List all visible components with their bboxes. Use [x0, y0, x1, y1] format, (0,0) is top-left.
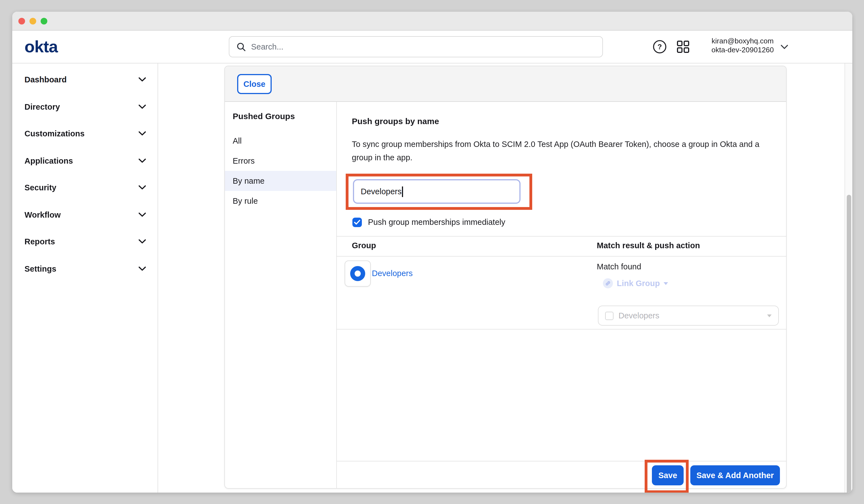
- nav-item-by-name[interactable]: By name: [225, 171, 336, 191]
- nav-item-by-rule[interactable]: By rule: [225, 191, 336, 211]
- sidebar-item-dashboard[interactable]: Dashboard: [12, 66, 158, 93]
- pane-title: Push groups by name: [352, 116, 439, 126]
- scrollbar-thumb[interactable]: [847, 195, 851, 493]
- pushed-groups-title: Pushed Groups: [225, 111, 336, 122]
- search-icon: [237, 42, 246, 51]
- checkbox-icon: [605, 311, 613, 320]
- sidebar-item-settings[interactable]: Settings: [12, 255, 158, 282]
- user-email: kiran@boxyhq.com: [700, 37, 785, 45]
- app-header: okta ?: [12, 31, 852, 63]
- main-content: Close Pushed Groups All Errors By name B…: [158, 63, 852, 493]
- caret-down-icon: [664, 282, 668, 285]
- org-name: okta-dev-20901260: [700, 45, 785, 54]
- apps-grid-icon[interactable]: [676, 40, 690, 53]
- link-group-action[interactable]: Link Group: [603, 278, 668, 288]
- chevron-down-icon: [139, 77, 146, 82]
- app-group-select-value: Developers: [619, 311, 659, 320]
- search-input[interactable]: [251, 37, 602, 57]
- column-header-group: Group: [352, 241, 376, 250]
- sidebar-item-label: Customizations: [24, 129, 85, 138]
- push-immediately-checkbox[interactable]: [352, 218, 362, 227]
- chevron-down-icon: [139, 132, 146, 136]
- chevron-down-icon: [139, 159, 146, 163]
- svg-text:?: ?: [658, 43, 662, 51]
- nav-item-errors[interactable]: Errors: [225, 151, 336, 171]
- text-cursor: [402, 186, 403, 197]
- chevron-down-icon[interactable]: [780, 45, 788, 49]
- sidebar-item-customizations[interactable]: Customizations: [12, 120, 158, 147]
- chevron-down-icon: [139, 185, 146, 190]
- app-group-select[interactable]: Developers: [598, 305, 779, 326]
- sidebar-item-label: Security: [24, 183, 56, 192]
- match-status: Match found: [597, 262, 641, 271]
- save-add-another-button[interactable]: Save & Add Another: [690, 465, 780, 485]
- group-name-input[interactable]: Developers: [353, 179, 520, 204]
- group-name-link[interactable]: Developers: [372, 269, 413, 278]
- search-box[interactable]: [229, 36, 603, 57]
- sidebar-item-label: Dashboard: [24, 75, 67, 84]
- sidebar-item-applications[interactable]: Applications: [12, 147, 158, 174]
- sidebar-item-security[interactable]: Security: [12, 174, 158, 201]
- group-ring-icon: [350, 266, 365, 281]
- close-button[interactable]: Close: [237, 74, 272, 94]
- link-group-label: Link Group: [617, 279, 660, 288]
- sidebar-item-directory[interactable]: Directory: [12, 93, 158, 120]
- pane-description: To sync group memberships from Okta to S…: [352, 137, 765, 164]
- sidebar-item-label: Applications: [24, 156, 73, 165]
- row-bottom-border: [337, 329, 786, 329]
- push-immediately-label: Push group memberships immediately: [368, 218, 505, 227]
- admin-sidebar: Dashboard Directory Customizations Appli…: [12, 63, 158, 493]
- chevron-down-icon: [139, 213, 146, 217]
- sidebar-item-label: Settings: [24, 264, 56, 273]
- push-by-name-pane: Push groups by name To sync group member…: [337, 102, 786, 488]
- window-zoom-button[interactable]: [41, 17, 47, 24]
- help-icon[interactable]: ?: [652, 39, 667, 54]
- sidebar-item-label: Workflow: [24, 211, 61, 219]
- push-groups-panel: Close Pushed Groups All Errors By name B…: [224, 66, 787, 489]
- sidebar-item-label: Directory: [24, 103, 60, 111]
- caret-down-icon: [767, 314, 771, 317]
- column-header-match: Match result & push action: [597, 241, 700, 250]
- panel-toolbar: Close: [225, 66, 786, 102]
- window-minimize-button[interactable]: [29, 17, 36, 24]
- link-icon: [603, 278, 613, 288]
- table-top-border: [337, 236, 786, 237]
- pushed-groups-nav: Pushed Groups All Errors By name By rule: [225, 102, 337, 488]
- group-avatar: [345, 261, 371, 287]
- nav-item-all[interactable]: All: [225, 131, 336, 151]
- okta-logo[interactable]: okta: [24, 31, 58, 63]
- window-close-button[interactable]: [19, 17, 25, 24]
- chevron-down-icon: [139, 105, 146, 109]
- chevron-down-icon: [139, 240, 146, 244]
- chevron-down-icon: [139, 267, 146, 271]
- sidebar-item-reports[interactable]: Reports: [12, 228, 158, 255]
- browser-window: okta ?: [12, 12, 852, 493]
- group-name-input-value: Developers: [361, 187, 402, 196]
- checkmark-icon: [354, 220, 360, 225]
- account-menu[interactable]: kiran@boxyhq.com okta-dev-20901260: [700, 37, 785, 54]
- vertical-scrollbar[interactable]: [844, 63, 852, 493]
- sidebar-item-label: Reports: [24, 237, 55, 246]
- table-header-border: [337, 256, 786, 256]
- sidebar-item-workflow[interactable]: Workflow: [12, 201, 158, 228]
- save-button[interactable]: Save: [652, 465, 684, 485]
- footer-border: [337, 461, 786, 461]
- window-titlebar: [12, 12, 852, 31]
